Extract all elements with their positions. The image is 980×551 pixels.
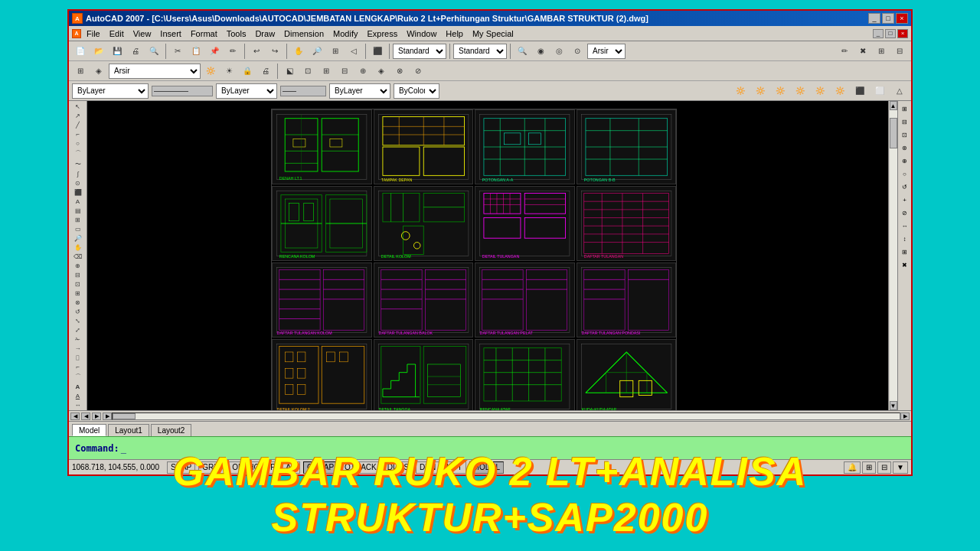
- tool-r3[interactable]: ⊞: [873, 43, 890, 60]
- left-tool-erase[interactable]: ⌫: [70, 253, 86, 261]
- layer-state-btn[interactable]: ◈: [90, 63, 107, 80]
- left-tool-move[interactable]: ⊗: [70, 298, 86, 307]
- lineweight-dropdown[interactable]: ByLayer: [329, 83, 390, 99]
- tab-model[interactable]: Model: [72, 424, 106, 436]
- left-tool-zoom[interactable]: 🔎: [70, 234, 86, 243]
- new-button[interactable]: 📄: [72, 43, 89, 60]
- tab-layout2[interactable]: Layout2: [151, 424, 192, 436]
- workspace-dropdown[interactable]: Standard: [453, 44, 507, 59]
- scrollbar-vertical[interactable]: ▲ ▼: [888, 101, 897, 410]
- matchprop-button[interactable]: ✏: [224, 43, 241, 60]
- prop-tool4[interactable]: 🔆: [792, 83, 808, 99]
- right-tool-5[interactable]: ⊕: [899, 155, 911, 167]
- save-button[interactable]: 💾: [109, 43, 126, 60]
- menu-view[interactable]: View: [129, 28, 155, 39]
- left-tool-arc[interactable]: ⌒: [70, 148, 86, 158]
- left-tool-line[interactable]: ╱: [70, 121, 86, 129]
- menu-file[interactable]: File: [83, 28, 104, 39]
- scroll-right-end[interactable]: ▶: [103, 412, 112, 420]
- prop-tool3[interactable]: 🔆: [772, 83, 789, 99]
- prop-tool1[interactable]: 🔆: [732, 83, 749, 99]
- layer-icon3[interactable]: 🔒: [239, 63, 256, 80]
- layer-icon1[interactable]: 🔆: [202, 63, 219, 80]
- tool-r2[interactable]: ✖: [854, 43, 871, 60]
- left-tool-spline[interactable]: ∫: [70, 170, 86, 178]
- left-tool-region[interactable]: ⊞: [70, 216, 86, 224]
- maximize-button[interactable]: □: [882, 13, 894, 24]
- app-close-button[interactable]: ×: [897, 29, 908, 38]
- prop-tool9[interactable]: △: [891, 83, 908, 99]
- scroll-right-end2[interactable]: ▶: [900, 412, 910, 420]
- right-tool-13[interactable]: ✖: [899, 259, 911, 271]
- right-tool-6[interactable]: ○: [899, 168, 911, 180]
- search-button[interactable]: 🔍: [514, 43, 531, 60]
- drawing-canvas[interactable]: DENAH LT.1: [87, 101, 897, 410]
- prop-tool2[interactable]: 🔆: [752, 83, 769, 99]
- right-tool-9[interactable]: ⊘: [899, 207, 911, 219]
- undo-button[interactable]: ↩: [248, 43, 265, 60]
- left-tool-offset[interactable]: ⊡: [70, 280, 86, 289]
- prop-tool8[interactable]: ⬜: [871, 83, 888, 99]
- left-tool-pan[interactable]: ✋: [70, 243, 86, 252]
- prop-tool7[interactable]: ⬛: [851, 83, 868, 99]
- left-tool-rotate[interactable]: ↺: [70, 308, 86, 316]
- open-button[interactable]: 📂: [90, 43, 107, 60]
- menu-edit[interactable]: Edit: [106, 28, 128, 39]
- light2-button[interactable]: ◎: [550, 43, 567, 60]
- tool-r1[interactable]: ✏: [836, 43, 853, 60]
- right-tool-8[interactable]: +: [899, 194, 911, 206]
- left-tool-copy[interactable]: ⊕: [70, 262, 86, 270]
- insert-block-button[interactable]: ⬛: [369, 43, 386, 60]
- left-tool-polyline[interactable]: ⌐: [70, 130, 86, 139]
- left-tool-rectang[interactable]: ▭: [70, 225, 86, 233]
- obj-snap3[interactable]: ⊞: [318, 63, 335, 80]
- left-tool-fillet[interactable]: ⌒: [70, 372, 86, 382]
- obj-snap4[interactable]: ⊟: [336, 63, 353, 80]
- menu-insert[interactable]: Insert: [156, 28, 185, 39]
- left-tool-text[interactable]: A: [70, 383, 86, 391]
- left-tool-stretch[interactable]: ⤢: [70, 326, 86, 334]
- right-tool-11[interactable]: ↕: [899, 233, 911, 245]
- tab-layout1[interactable]: Layout1: [108, 424, 149, 436]
- obj-snap6[interactable]: ◈: [373, 63, 390, 80]
- scroll-up-btn[interactable]: ▲: [890, 101, 897, 110]
- visual-style-dropdown[interactable]: Standard: [393, 44, 446, 59]
- light3-button[interactable]: ⊙: [569, 43, 586, 60]
- left-tool-break[interactable]: ⌷: [70, 354, 86, 362]
- layer-btn[interactable]: ⊞: [72, 63, 89, 80]
- copy-button[interactable]: 📋: [188, 43, 204, 60]
- right-tool-10[interactable]: ↔: [899, 220, 911, 232]
- right-tool-3[interactable]: ⊡: [899, 129, 911, 141]
- menu-my-special[interactable]: My Special: [469, 28, 518, 39]
- close-button[interactable]: ×: [896, 13, 908, 24]
- paste-button[interactable]: 📌: [206, 43, 223, 60]
- prop-tool5[interactable]: 🔆: [812, 83, 828, 99]
- scroll-right-btn[interactable]: ▶: [92, 412, 101, 420]
- obj-snap7[interactable]: ⊗: [391, 63, 408, 80]
- zoom-realtime-button[interactable]: 🔎: [309, 43, 325, 60]
- left-tool-freehand[interactable]: 〜: [70, 159, 86, 169]
- left-tool-trim[interactable]: ✁: [70, 335, 86, 344]
- right-tool-4[interactable]: ⊛: [899, 142, 911, 154]
- color-dropdown[interactable]: ByLayer: [72, 83, 149, 99]
- layer-icon4[interactable]: 🖨: [257, 63, 274, 80]
- left-tool-select[interactable]: ↗: [70, 112, 86, 120]
- right-tool-1[interactable]: ⊞: [899, 103, 911, 115]
- pan-button[interactable]: ✋: [290, 43, 307, 60]
- scroll-down-btn[interactable]: ▼: [890, 401, 897, 410]
- right-tool-7[interactable]: ↺: [899, 181, 911, 193]
- menu-modify[interactable]: Modify: [329, 28, 361, 39]
- print-button[interactable]: 🖨: [127, 43, 144, 60]
- left-tool-dim[interactable]: ↔: [70, 401, 86, 409]
- menu-tools[interactable]: Tools: [223, 28, 250, 39]
- layer-dropdown[interactable]: Arsir: [109, 64, 201, 79]
- left-tool-mtext[interactable]: A: [70, 197, 86, 206]
- obj-snap2[interactable]: ⊡: [299, 63, 316, 80]
- obj-snap1[interactable]: ⬕: [281, 63, 298, 80]
- left-tool-ellipse[interactable]: ⊙: [70, 179, 86, 187]
- hatch-dropdown[interactable]: Arsir: [587, 44, 626, 59]
- prop-tool6[interactable]: 🔆: [831, 83, 848, 99]
- light1-button[interactable]: ◉: [532, 43, 549, 60]
- left-tool-mirror[interactable]: ⊟: [70, 271, 86, 279]
- zoom-previous-button[interactable]: ◁: [345, 43, 362, 60]
